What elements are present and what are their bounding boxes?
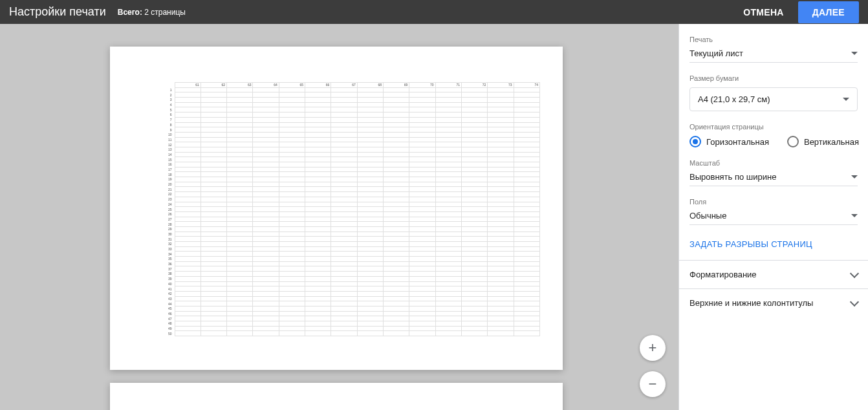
topbar: Настройки печати Всего: 2 страницы ОТМЕН… <box>0 0 868 24</box>
orientation-vertical-radio[interactable]: Вертикальная <box>787 136 859 147</box>
dropdown-icon <box>851 175 858 178</box>
orientation-label: Ориентация страницы <box>689 123 858 131</box>
formatting-label: Форматирование <box>689 270 757 279</box>
zoom-in-button[interactable]: + <box>640 335 666 361</box>
paper-value: A4 (21,0 x 29,7 см) <box>698 94 770 104</box>
headers-footers-expand[interactable]: Верхние и нижние колонтитулы <box>679 288 868 317</box>
headers-label: Верхние и нижние колонтитулы <box>689 298 813 308</box>
dropdown-icon <box>851 214 858 217</box>
scale-value: Выровнять по ширине <box>689 172 776 182</box>
preview-page-1: 6162636465666768697071727374123456789101… <box>110 47 563 370</box>
scale-label: Масштаб <box>689 159 858 167</box>
preview-page-2 <box>110 383 563 410</box>
print-label: Печать <box>689 36 858 43</box>
page-title: Настройки печати <box>9 5 106 19</box>
zoom-out-button[interactable]: − <box>640 371 666 397</box>
margins-value: Обычные <box>689 211 726 221</box>
print-value: Текущий лист <box>689 49 743 58</box>
zoom-controls: + − <box>640 335 666 397</box>
preview-area: 6162636465666768697071727374123456789101… <box>0 24 678 410</box>
orientation-horizontal-label: Горизонтальная <box>706 137 769 147</box>
print-dropdown[interactable]: Текущий лист <box>689 49 858 63</box>
radio-selected-icon <box>689 136 701 147</box>
paper-label: Размер бумаги <box>689 74 858 82</box>
dropdown-icon <box>843 98 849 101</box>
orientation-vertical-label: Вертикальная <box>804 137 859 147</box>
dropdown-icon <box>851 52 858 55</box>
page-count: Всего: 2 страницы <box>118 8 186 17</box>
paper-size-dropdown[interactable]: A4 (21,0 x 29,7 см) <box>689 87 858 111</box>
scale-dropdown[interactable]: Выровнять по ширине <box>689 172 858 186</box>
margins-dropdown[interactable]: Обычные <box>689 211 858 225</box>
spreadsheet-grid: 6162636465666768697071727374123456789101… <box>139 82 540 336</box>
total-value: 2 страницы <box>144 8 186 17</box>
total-label: Всего: <box>118 8 142 17</box>
settings-sidebar: Печать Текущий лист Размер бумаги A4 (21… <box>678 24 868 410</box>
orientation-horizontal-radio[interactable]: Горизонтальная <box>689 136 769 147</box>
cancel-button[interactable]: ОТМЕНА <box>733 2 794 23</box>
page-breaks-link[interactable]: ЗАДАТЬ РАЗРЫВЫ СТРАНИЦ <box>689 239 812 249</box>
margins-label: Поля <box>689 198 858 206</box>
chevron-down-icon <box>850 297 859 306</box>
next-button[interactable]: ДАЛЕЕ <box>798 1 859 23</box>
chevron-down-icon <box>850 268 859 277</box>
radio-unselected-icon <box>787 136 799 147</box>
formatting-expand[interactable]: Форматирование <box>679 260 868 288</box>
